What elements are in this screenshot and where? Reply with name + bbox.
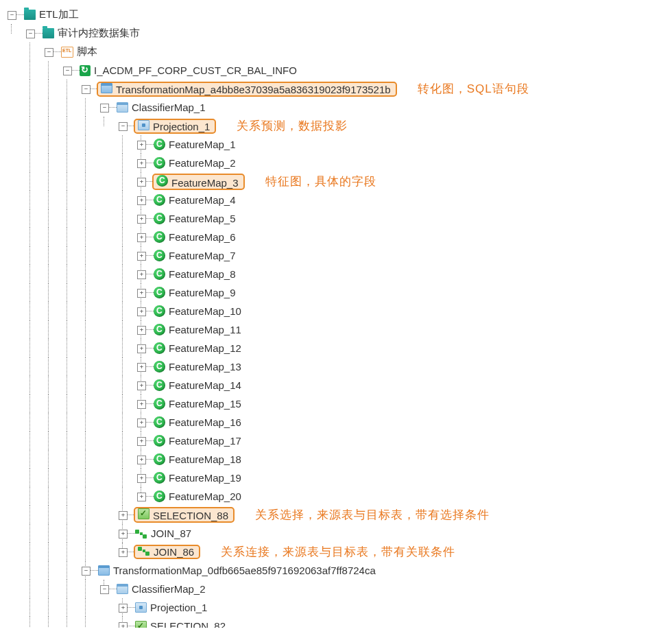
node-label: FeatureMap_11 — [167, 323, 243, 336]
tree-node-join[interactable]: JOIN_87 — [135, 524, 193, 543]
feature-icon — [154, 139, 165, 150]
tree-node-feature-map[interactable]: FeatureMap_15 — [154, 394, 243, 413]
feature-icon — [154, 194, 165, 206]
node-label: JOIN_86 — [152, 545, 196, 558]
expander[interactable]: + — [137, 493, 146, 501]
node-label: FeatureMap_20 — [167, 490, 243, 503]
expander[interactable]: − — [100, 585, 109, 594]
tree-node-root[interactable]: ETL加工 — [24, 5, 81, 24]
tree-node-feature-map[interactable]: FeatureMap_14 — [154, 376, 243, 394]
tree-node-scripts[interactable]: 脚本 — [61, 43, 99, 61]
tree-node-feature-map[interactable]: FeatureMap_11 — [154, 320, 243, 339]
expander[interactable]: + — [137, 270, 146, 279]
expander[interactable]: + — [137, 456, 146, 464]
tree-node-feature-map[interactable]: FeatureMap_7 — [154, 246, 238, 265]
expander[interactable]: + — [119, 511, 128, 520]
tree-node-selection[interactable]: SELECTION_82 — [135, 617, 228, 628]
annotation-text: 关系连接，来源表与目标表，带有关联条件 — [221, 544, 455, 560]
node-label: FeatureMap_6 — [167, 231, 238, 244]
tree-node-projection[interactable]: Projection_1关系预测，数据投影 — [135, 117, 348, 135]
feature-icon — [154, 398, 165, 410]
feature-icon — [154, 157, 165, 169]
node-label: FeatureMap_9 — [167, 286, 238, 299]
tree-node-join[interactable]: JOIN_86关系连接，来源表与目标表，带有关联条件 — [135, 543, 455, 561]
classifier-icon — [117, 102, 128, 113]
node-label: Projection_1 — [151, 120, 212, 133]
feature-icon — [154, 491, 165, 502]
expander[interactable]: + — [137, 178, 146, 187]
expander[interactable]: − — [8, 11, 16, 20]
tree-node-feature-map[interactable]: FeatureMap_1 — [154, 135, 238, 154]
feature-icon — [154, 213, 165, 224]
tree-node-feature-map[interactable]: FeatureMap_2 — [154, 154, 238, 172]
folder-icon — [43, 28, 54, 38]
expander[interactable]: − — [45, 48, 53, 57]
node-label: FeatureMap_14 — [167, 379, 243, 392]
expander[interactable]: − — [82, 85, 91, 94]
selection-icon — [135, 621, 147, 628]
node-label: FeatureMap_3 — [169, 176, 241, 189]
expander[interactable]: + — [119, 622, 128, 628]
expander[interactable]: + — [137, 381, 146, 390]
expander[interactable]: − — [82, 567, 91, 576]
node-label: FeatureMap_4 — [167, 193, 238, 206]
expander[interactable]: + — [137, 418, 146, 427]
feature-icon — [154, 361, 165, 373]
expander[interactable]: − — [100, 104, 109, 113]
tree-node[interactable]: 审计内控数据集市 — [43, 24, 142, 43]
tree-node-transformation-map[interactable]: TransformationMap_a4bb8e37039a5a83631902… — [98, 80, 529, 98]
expander[interactable]: + — [119, 548, 128, 557]
expander[interactable]: + — [137, 307, 146, 316]
node-label: ClassifierMap_2 — [130, 582, 208, 595]
node-label: Projection_1 — [148, 601, 209, 614]
expander[interactable]: + — [137, 326, 146, 335]
tree-node-classifier-map[interactable]: ClassifierMap_1 — [117, 98, 208, 117]
tree-node-feature-map[interactable]: FeatureMap_9 — [154, 283, 238, 302]
tree-node-feature-map[interactable]: FeatureMap_3特征图，具体的字段 — [154, 172, 376, 191]
tree-node-feature-map[interactable]: FeatureMap_13 — [154, 357, 243, 376]
tree-node-feature-map[interactable]: FeatureMap_4 — [154, 191, 238, 209]
tree-node-projection[interactable]: Projection_1 — [135, 598, 209, 617]
expander[interactable]: − — [119, 122, 128, 131]
expander[interactable]: − — [26, 29, 35, 38]
node-label: FeatureMap_2 — [167, 156, 238, 169]
node-label: ETL加工 — [37, 8, 81, 22]
feature-icon — [154, 472, 165, 484]
annotation-text: 关系预测，数据投影 — [237, 118, 348, 134]
expander[interactable]: + — [137, 344, 146, 353]
tree-node-feature-map[interactable]: FeatureMap_5 — [154, 209, 238, 228]
feature-icon — [154, 231, 165, 243]
tree-node-feature-map[interactable]: FeatureMap_10 — [154, 302, 243, 320]
tree-node-feature-map[interactable]: FeatureMap_6 — [154, 228, 238, 246]
expander[interactable]: + — [137, 159, 146, 168]
expander[interactable]: + — [119, 530, 128, 539]
expander[interactable]: + — [137, 141, 146, 150]
tree-node-feature-map[interactable]: FeatureMap_8 — [154, 265, 238, 283]
tree-node-classifier-map[interactable]: ClassifierMap_2 — [117, 580, 208, 598]
tree-node-feature-map[interactable]: FeatureMap_19 — [154, 469, 243, 487]
expander[interactable]: + — [137, 400, 146, 409]
expander[interactable]: + — [119, 604, 128, 613]
feature-icon — [154, 250, 165, 261]
expander[interactable]: + — [137, 252, 146, 261]
expander[interactable]: + — [137, 474, 146, 483]
tree-node-feature-map[interactable]: FeatureMap_20 — [154, 487, 243, 506]
tree-node-feature-map[interactable]: FeatureMap_17 — [154, 432, 243, 450]
expander[interactable]: + — [137, 363, 146, 372]
tree-node-job[interactable]: I_ACDM_PF_CORP_CUST_CR_BAL_INFO — [80, 61, 299, 80]
tree-node-feature-map[interactable]: FeatureMap_16 — [154, 413, 243, 432]
tree-node-selection[interactable]: SELECTION_88关系选择，来源表与目标表，带有选择条件 — [135, 506, 490, 524]
expander[interactable]: − — [63, 67, 72, 75]
expander[interactable]: + — [137, 289, 146, 298]
expander[interactable]: + — [137, 437, 146, 446]
map-icon — [101, 83, 112, 93]
expander[interactable]: + — [137, 215, 146, 224]
tree-node-transformation-map[interactable]: TransformationMap_0dfb665ae85f971692063a… — [98, 561, 378, 580]
node-label: TransformationMap_0dfb665ae85f971692063a… — [111, 564, 378, 577]
expander[interactable]: + — [137, 196, 146, 205]
tree-node-feature-map[interactable]: FeatureMap_18 — [154, 450, 243, 469]
node-label: I_ACDM_PF_CORP_CUST_CR_BAL_INFO — [92, 64, 299, 77]
node-label: FeatureMap_1 — [167, 138, 238, 151]
expander[interactable]: + — [137, 233, 146, 242]
tree-node-feature-map[interactable]: FeatureMap_12 — [154, 339, 243, 357]
